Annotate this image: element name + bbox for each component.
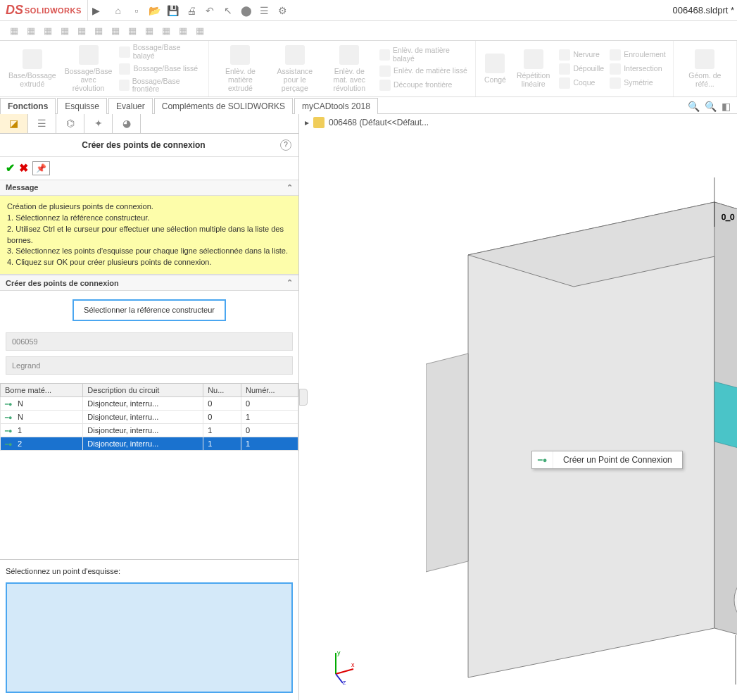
macro-btn-6[interactable]: ▦ [92,24,106,38]
loft-cut-button[interactable]: Enlèv. de matière lissé [379,65,468,77]
selection-breadcrumb[interactable]: ▸ 006468 (Défaut<<Défaut... [305,117,429,128]
extrude-boss-button[interactable]: Base/Bossage extrudé [4,46,61,91]
view-icon[interactable]: ◧ [722,101,734,113]
chevron-up-icon: ⌃ [286,278,293,287]
options-icon[interactable]: ☰ [258,4,272,18]
sketch-point-selection-box[interactable] [6,582,293,693]
table-row[interactable]: NDisjoncteur, interru...01 [1,410,298,423]
part-icon [313,117,325,128]
graphics-viewport[interactable]: ▸ 006468 (Défaut<<Défaut... [299,114,737,700]
sketch-point-label: Sélectionnez un point d'esquisse: [0,560,298,580]
property-tab[interactable]: ☰ [28,114,56,133]
feature-tree-tab[interactable]: ◪ [0,114,28,133]
svg-line-19 [336,674,343,683]
new-icon[interactable]: ▫ [130,4,144,18]
boundary-boss-button[interactable]: Bossage/Base frontière [119,77,201,94]
table-row[interactable]: 1Disjoncteur, interru...10 [1,423,298,437]
rib-button[interactable]: Nervure [559,49,604,61]
config-tab[interactable]: ⌬ [56,114,84,133]
home-icon[interactable]: ⌂ [111,4,125,18]
macro-btn-8[interactable]: ▦ [125,24,139,38]
tab-complements[interactable]: Compléments de SOLIDWORKS [154,98,293,114]
rebuild-icon[interactable]: ⬤ [239,4,253,18]
revolve-boss-button[interactable]: Bossage/Base avec révolution [61,42,117,95]
loft-boss-button[interactable]: Bossage/Base lissé [119,63,201,75]
linear-pattern-button[interactable]: Répétition linéaire [510,46,557,91]
macro-btn-12[interactable]: ▦ [193,24,207,38]
cancel-button[interactable]: ✖ [19,161,28,175]
svg-line-17 [336,669,353,674]
tab-mycadtools[interactable]: myCADtools 2018 [294,98,378,114]
app-logo: DS SOLIDWORKS [0,0,88,20]
ref-geometry-button[interactable]: Géom. de réfé... [678,46,732,91]
macro-btn-4[interactable]: ▦ [58,24,72,38]
terminals-table[interactable]: Borne maté... Description du circuit Nu.… [0,383,298,560]
document-filename: 006468.sldprt * [673,5,737,15]
ribbon: Base/Bossage extrudé Bossage/Base avec r… [0,41,737,97]
macro-btn-9[interactable]: ▦ [142,24,156,38]
ok-button[interactable]: ✔ [6,161,15,175]
draft-button[interactable]: Dépouille [559,63,604,75]
svg-text:x: x [351,661,355,668]
macro-btn-3[interactable]: ▦ [41,24,55,38]
macro-btn-10[interactable]: ▦ [159,24,173,38]
select-icon[interactable]: ↖ [221,4,235,18]
print-icon[interactable]: 🖨 [184,4,199,18]
boundary-cut-button[interactable]: Découpe frontière [379,80,468,91]
quick-access-toolbar: ⌂ ▫ 📂 💾 🖨 ↶ ↖ ⬤ ☰ ⚙ [104,4,297,18]
message-section-head[interactable]: Message ⌃ [0,180,298,196]
macro-btn-7[interactable]: ▦ [108,24,122,38]
help-icon[interactable]: ? [280,139,291,151]
col-num1[interactable]: Nu... [203,383,241,396]
property-manager: ◪ ☰ ⌬ ✦ ◕ Créer des points de connexion … [0,114,299,700]
3d-model[interactable]: 0_0 0_1 [426,177,737,699]
expand-icon[interactable]: ▸ [305,118,309,127]
intersect-button[interactable]: Intersection [610,63,666,75]
confirm-row: ✔ ✖ 📌 [0,157,298,180]
view-triad[interactable]: y x z [322,649,357,685]
ds-logo-icon: DS [6,3,23,18]
tab-fonctions[interactable]: Fonctions [0,98,56,114]
tab-evaluer[interactable]: Evaluer [108,98,153,114]
select-manufacturer-ref-button[interactable]: Sélectionner la référence constructeur [73,299,226,320]
fillet-button[interactable]: Congé [480,51,510,87]
create-points-section-head[interactable]: Créer des points de connexion ⌃ [0,275,298,291]
col-description[interactable]: Description du circuit [83,383,203,396]
shell-button[interactable]: Coque [559,77,604,89]
connection-point-icon[interactable]: ━● [532,451,553,468]
macro-btn-5[interactable]: ▦ [75,24,89,38]
pin-button[interactable]: 📌 [32,161,50,175]
dimxpert-tab[interactable]: ✦ [84,114,113,133]
swept-cut-button[interactable]: Enlèv. de matière balayé [379,46,468,63]
context-menu-item-create-point[interactable]: Créer un Point de Connexion [553,451,682,468]
macro-btn-11[interactable]: ▦ [176,24,190,38]
panel-divider-handle[interactable] [299,389,308,406]
command-manager-tabs: Fonctions Esquisse Evaluer Compléments d… [0,97,737,114]
extrude-cut-button[interactable]: Enlèv. de matière extrudé [213,42,267,95]
display-tab[interactable]: ◕ [113,114,141,133]
macro-btn-2[interactable]: ▦ [24,24,38,38]
undo-icon[interactable]: ↶ [203,4,217,18]
manufacturer-field: Legrand [6,356,293,375]
context-menu: ━● Créer un Point de Connexion [531,451,683,469]
settings-icon[interactable]: ⚙ [276,4,290,18]
save-icon[interactable]: 💾 [166,4,180,18]
zoom-fit-icon[interactable]: 🔍 [688,101,700,113]
col-num2[interactable]: Numér... [241,383,298,396]
macro-btn-1[interactable]: ▦ [7,24,21,38]
table-row[interactable]: 2Disjoncteur, interru...11 [1,437,298,450]
wrap-button[interactable]: Enroulement [610,49,666,61]
revolve-cut-button[interactable]: Enlèv. de mat. avec révolution [322,42,377,95]
svg-text:y: y [337,649,341,656]
table-empty-area[interactable] [0,451,298,560]
tab-esquisse[interactable]: Esquisse [57,98,107,114]
table-row[interactable]: NDisjoncteur, interru...00 [1,396,298,410]
col-terminal[interactable]: Borne maté... [1,383,83,396]
hole-wizard-button[interactable]: Assistance pour le perçage [267,42,322,95]
swept-boss-button[interactable]: Bossage/Base balayé [119,44,201,60]
mirror-button[interactable]: Symétrie [610,77,666,89]
zoom-area-icon[interactable]: 🔍 [705,101,717,113]
logo-text: SOLIDWORKS [25,6,82,15]
menu-arrow-icon[interactable]: ▶ [88,5,104,16]
open-icon[interactable]: 📂 [148,4,162,18]
